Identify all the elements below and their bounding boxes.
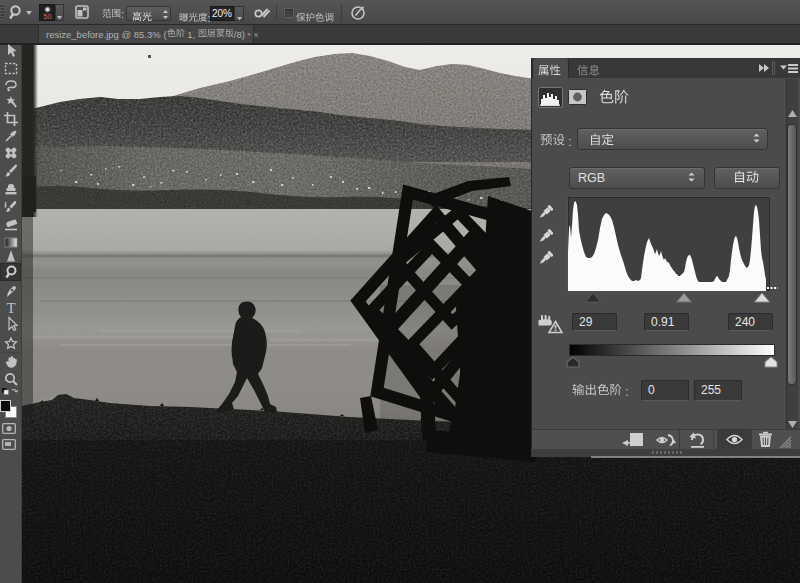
- svg-text:T: T: [6, 300, 15, 316]
